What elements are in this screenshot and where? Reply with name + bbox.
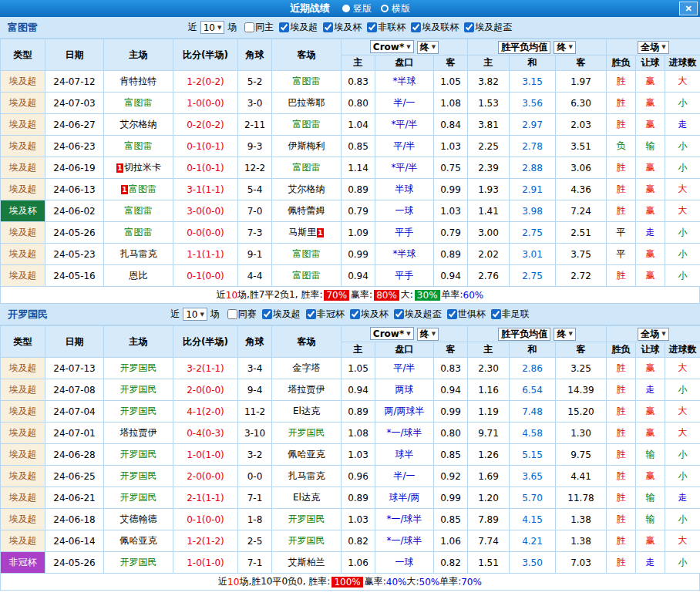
filter-checkbox-item[interactable]: 埃及超盃 [394, 308, 442, 321]
away-team-cell[interactable]: 开罗国民 [272, 530, 342, 552]
avg-source-select[interactable]: 胜平负均值 [498, 41, 550, 54]
field-select[interactable]: 全场▼ [638, 328, 668, 341]
odds-stage-select[interactable]: 终▼ [417, 41, 439, 54]
away-team-cell[interactable]: 巴拉蒂耶 [272, 93, 342, 114]
home-team-cell[interactable]: 扎马雷克 [104, 244, 173, 265]
avg-stage-select[interactable]: 终▼ [554, 41, 575, 54]
filter-checkbox-item[interactable]: 埃及超 [262, 308, 301, 321]
filter-checkbox[interactable] [227, 309, 237, 319]
team-name[interactable]: 佩哈亚克 [288, 449, 325, 460]
away-team-cell[interactable]: 塔拉贾伊 [272, 379, 342, 401]
team-name[interactable]: 塔拉贾伊 [120, 427, 157, 438]
filter-checkbox[interactable] [244, 22, 254, 32]
away-team-cell[interactable]: 富图雷 [272, 71, 342, 93]
team-name[interactable]: 马斯里 [288, 227, 316, 237]
filter-checkbox[interactable] [491, 309, 501, 319]
away-team-cell[interactable]: 佩哈亚克 [272, 444, 342, 466]
away-team-cell[interactable]: 马斯里1 [272, 222, 342, 244]
home-team-cell[interactable]: 富图雷 [104, 93, 173, 114]
filter-checkbox-item[interactable]: 同赛 [227, 308, 257, 321]
team-name[interactable]: 开罗国民 [288, 427, 325, 438]
away-team-cell[interactable]: El达克 [272, 401, 342, 423]
home-team-cell[interactable]: 佩哈亚克 [104, 530, 173, 552]
team-name[interactable]: 富图雷 [125, 140, 153, 151]
home-team-cell[interactable]: 富图雷 [104, 222, 173, 244]
home-team-cell[interactable]: 艾德翰德 [104, 509, 173, 530]
filter-checkbox[interactable] [306, 309, 316, 319]
home-team-cell[interactable]: 塔拉贾伊 [104, 423, 173, 444]
team-name[interactable]: 扎马雷克 [288, 470, 325, 481]
filter-checkbox-item[interactable]: 非冠杯 [306, 308, 345, 321]
team-name[interactable]: 恩比 [130, 270, 148, 281]
avg-source-select[interactable]: 胜平负均值 [498, 328, 550, 341]
avg-stage-select[interactable]: 终▼ [554, 328, 575, 341]
filter-checkbox[interactable] [323, 22, 333, 32]
filter-checkbox-item[interactable]: 埃及杯 [350, 308, 389, 321]
away-team-cell[interactable]: 扎马雷克 [272, 466, 342, 487]
away-team-cell[interactable]: 富图雷 [272, 265, 342, 287]
odds-source-select[interactable]: Crow*▼ [370, 327, 414, 340]
team-name[interactable]: 开罗国民 [120, 406, 157, 416]
filter-checkbox-item[interactable]: 非联杯 [367, 21, 406, 34]
home-team-cell[interactable]: 富图雷 [104, 136, 173, 157]
team-name[interactable]: 富图雷 [293, 119, 321, 130]
team-name[interactable]: 富图雷 [125, 205, 153, 216]
team-name[interactable]: 富图雷 [293, 76, 321, 86]
layout-radio-1[interactable]: 横版 [381, 2, 410, 15]
home-team-cell[interactable]: 艾尔格纳 [104, 114, 173, 136]
team-name[interactable]: 富图雷 [293, 270, 321, 281]
team-name[interactable]: 扎马雷克 [120, 248, 157, 259]
team-name[interactable]: 切拉米卡 [124, 162, 161, 173]
team-name[interactable]: 开罗国民 [120, 492, 157, 503]
away-team-cell[interactable]: 艾尔格纳 [272, 179, 342, 200]
team-name[interactable]: 艾斯柏兰 [288, 557, 325, 567]
team-name[interactable]: 富图雷 [293, 162, 321, 173]
away-team-cell[interactable]: 开罗国民 [272, 423, 342, 444]
team-name[interactable]: 开罗国民 [120, 384, 157, 395]
team-name[interactable]: 开罗国民 [120, 470, 157, 481]
filter-checkbox-item[interactable]: 埃及杯 [323, 21, 362, 34]
away-team-cell[interactable]: 富图雷 [272, 114, 342, 136]
home-team-cell[interactable]: 富图雷 [104, 200, 173, 222]
away-team-cell[interactable]: 艾斯柏兰 [272, 552, 342, 574]
filter-checkbox[interactable] [279, 22, 289, 32]
filter-checkbox[interactable] [367, 22, 377, 32]
away-team-cell[interactable]: 开罗国民 [272, 509, 342, 530]
filter-checkbox-item[interactable]: 同主 [244, 21, 274, 34]
home-team-cell[interactable]: 开罗国民 [104, 379, 173, 401]
team-name[interactable]: El达克 [293, 492, 320, 503]
home-team-cell[interactable]: 开罗国民 [104, 444, 173, 466]
filter-checkbox[interactable] [350, 309, 360, 319]
team-name[interactable]: 开罗国民 [120, 362, 157, 373]
away-team-cell[interactable]: 佩特蕾姆 [272, 200, 342, 222]
away-team-cell[interactable]: 富图雷 [272, 244, 342, 265]
away-team-cell[interactable]: El达克 [272, 487, 342, 509]
layout-radio-0[interactable]: 竖版 [342, 2, 372, 15]
filter-checkbox[interactable] [447, 309, 457, 319]
filter-checkbox-item[interactable]: 埃及超盃 [464, 21, 512, 34]
away-team-cell[interactable]: 金字塔 [272, 358, 342, 379]
filter-checkbox[interactable] [394, 309, 404, 319]
home-team-cell[interactable]: 1富图雷 [104, 179, 173, 200]
filter-checkbox-item[interactable]: 世俱杯 [447, 308, 486, 321]
team-name[interactable]: 金字塔 [293, 362, 321, 373]
near-count-select[interactable]: 10 ▼ [183, 308, 207, 321]
close-button[interactable]: ✕ [679, 2, 698, 15]
filter-checkbox[interactable] [262, 309, 272, 319]
away-team-cell[interactable]: 伊斯梅利 [272, 136, 342, 157]
team-name[interactable]: 佩哈亚克 [120, 535, 157, 546]
field-select[interactable]: 全场▼ [638, 41, 668, 54]
team-name[interactable]: 富图雷 [125, 97, 153, 108]
filter-checkbox[interactable] [464, 22, 474, 32]
home-team-cell[interactable]: 肯特拉特 [104, 71, 173, 93]
team-name[interactable]: 塔拉贾伊 [288, 384, 325, 395]
team-name[interactable]: 伊斯梅利 [288, 140, 325, 151]
odds-stage-select[interactable]: 终▼ [417, 328, 439, 341]
team-name[interactable]: 艾尔格纳 [120, 119, 157, 130]
team-name[interactable]: 开罗国民 [120, 449, 157, 460]
odds-source-select[interactable]: Crow*▼ [370, 40, 414, 53]
team-name[interactable]: 富图雷 [129, 184, 156, 194]
home-team-cell[interactable]: 恩比 [104, 265, 173, 287]
home-team-cell[interactable]: 1切拉米卡 [104, 157, 173, 179]
filter-checkbox-item[interactable]: 非足联 [491, 308, 530, 321]
